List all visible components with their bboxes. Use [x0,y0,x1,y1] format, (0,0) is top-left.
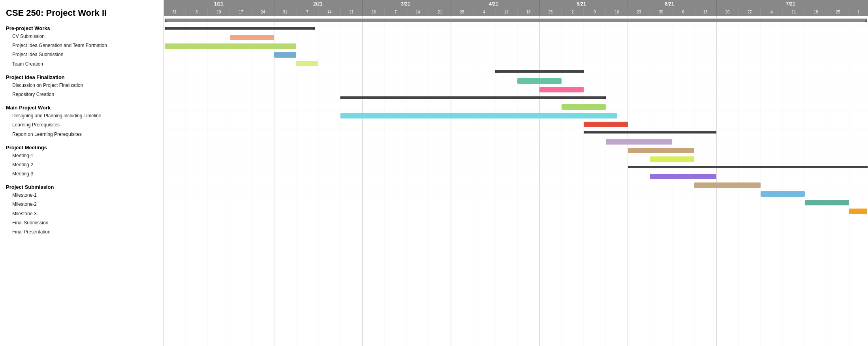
task-learning: Learning Prerequisites [6,120,158,130]
svg-rect-164 [628,148,694,153]
task-cv-submission: CV Submission [6,32,158,41]
task-idea-gen: Project Idea Generation and Team Formati… [6,41,158,50]
svg-rect-16 [164,8,868,16]
svg-text:4/21: 4/21 [489,1,498,7]
svg-rect-170 [694,182,761,188]
svg-text:16: 16 [614,10,619,14]
left-panel: CSE 250: Project Work II Pre-project Wor… [0,0,164,346]
task-idea-sub: Project Idea Submission [6,50,158,59]
svg-rect-153 [539,87,584,92]
svg-text:9: 9 [594,10,596,14]
svg-text:7/21: 7/21 [786,1,795,7]
svg-text:14: 14 [327,10,332,14]
svg-text:5/21: 5/21 [577,1,586,7]
svg-text:17: 17 [239,10,243,14]
svg-rect-163 [606,139,672,145]
task-report: Report on Learning Prerequisites [6,130,158,139]
svg-text:3/21: 3/21 [401,1,410,7]
svg-rect-0 [164,0,868,346]
section-title-submission: Project Submission [6,184,158,190]
svg-rect-173 [849,209,867,214]
svg-text:6: 6 [682,10,684,14]
svg-text:20: 20 [725,10,730,14]
svg-text:25: 25 [836,10,840,14]
svg-text:27: 27 [747,10,752,14]
svg-text:21: 21 [349,10,354,14]
task-team-creation: Team Creation [6,60,158,69]
svg-rect-172 [805,200,849,205]
task-designing: Designing and Planning including Timelin… [6,111,158,120]
task-milestone2: Milestone-2 [6,200,158,209]
gantt-chart: // This won't execute in SVG; we'll hard… [164,0,868,346]
section-title-preproject: Pre-project Works [6,25,158,31]
svg-text:28: 28 [371,10,376,14]
svg-rect-154 [340,96,606,99]
gantt-svg: // This won't execute in SVG; we'll hard… [164,0,868,346]
svg-rect-166 [628,166,868,168]
task-final-sub: Final Submission [6,218,158,228]
svg-text:24: 24 [261,10,265,14]
svg-rect-157 [562,104,606,110]
svg-rect-160 [584,131,716,134]
task-milestone3: Milestone-3 [6,209,158,218]
svg-text:11: 11 [791,10,796,14]
task-meeting2: Meeting-2 [6,160,158,169]
svg-text:11: 11 [504,10,509,14]
svg-text:23: 23 [637,10,641,14]
section-meetings: Project Meetings Meeting-1 Meeting-2 Mee… [6,145,158,179]
svg-rect-149 [495,70,584,73]
svg-rect-145 [230,35,274,40]
svg-rect-165 [650,156,694,162]
svg-text:10: 10 [216,10,221,14]
section-title-finalization: Project Idea Finalization [6,74,158,80]
svg-text:3: 3 [195,10,198,14]
svg-text:2: 2 [571,10,574,14]
section-submission: Project Submission Milestone-1 Milestone… [6,184,158,237]
svg-rect-159 [584,122,628,127]
svg-rect-147 [274,52,296,58]
svg-rect-169 [650,174,716,179]
section-title-meetings: Project Meetings [6,145,158,150]
svg-text:2/21: 2/21 [313,1,323,7]
svg-text:25: 25 [548,10,553,14]
svg-text:31: 31 [283,10,287,14]
svg-rect-158 [340,113,617,118]
chart-title: CSE 250: Project Work II [6,8,158,18]
section-main: Main Project Work Designing and Planning… [6,105,158,139]
task-final-pres: Final Presentation [6,228,158,237]
svg-rect-152 [517,78,562,84]
svg-text:1/21: 1/21 [214,1,224,7]
svg-text:1: 1 [857,10,860,14]
svg-text:7: 7 [395,10,397,14]
section-finalization: Project Idea Finalization Discussion on … [6,74,158,99]
svg-text:4: 4 [770,10,773,14]
section-title-main: Main Project Work [6,105,158,111]
svg-text:30: 30 [659,10,663,14]
task-milestone1: Milestone-1 [6,191,158,200]
svg-rect-171 [761,191,805,197]
task-meeting3: Meeting-3 [6,169,158,179]
svg-text:13: 13 [703,10,708,14]
svg-text:18: 18 [526,10,531,14]
svg-rect-139 [165,19,867,22]
svg-rect-146 [165,43,296,49]
svg-text:6/21: 6/21 [665,1,674,7]
svg-text:31: 31 [172,10,177,14]
svg-text:28: 28 [460,10,464,14]
svg-text:21: 21 [438,10,442,14]
task-meeting1: Meeting-1 [6,151,158,160]
svg-text:7: 7 [306,10,308,14]
svg-text:18: 18 [814,10,818,14]
task-repo: Repository Creation [6,90,158,99]
svg-rect-142 [165,27,315,30]
svg-text:4: 4 [483,10,485,14]
task-discussion: Discussion on Project Finalization [6,81,158,90]
section-preproject: Pre-project Works CV Submission Project … [6,25,158,69]
svg-text:14: 14 [415,10,420,14]
svg-rect-148 [296,61,318,66]
